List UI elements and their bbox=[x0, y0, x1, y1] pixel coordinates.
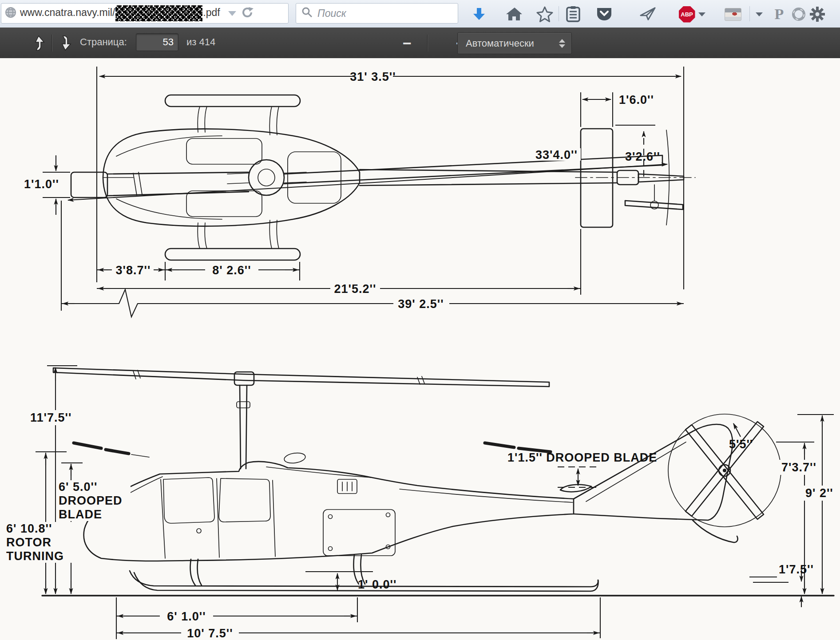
page-number-input[interactable] bbox=[136, 33, 178, 51]
adblock-plus-icon[interactable]: ABP bbox=[678, 6, 695, 23]
dim-blade-chord: 1'1.0'' bbox=[24, 178, 59, 191]
url-text: www.cnatra.navy.mil/.pdf bbox=[20, 5, 220, 21]
zoom-out-icon[interactable]: − bbox=[398, 34, 416, 52]
overflow-dropdown-icon[interactable] bbox=[753, 6, 765, 23]
dim-stab-span: 3'2.6'' bbox=[625, 150, 660, 163]
dim-drooped-tip: 1'1.5'' DROOPED BLADE bbox=[507, 451, 657, 464]
url-redacted-segment bbox=[115, 5, 202, 21]
side-view: 11'7.5'' 6' 5.0'' DROOPED BLADE 6' 10.8'… bbox=[4, 366, 839, 640]
helicopter-dimension-diagram: 31' 3.5'' bbox=[0, 58, 840, 640]
toolbar-separator bbox=[559, 6, 559, 21]
dim-strut-spacing: 6' 1.0'' bbox=[167, 610, 206, 623]
dim-rotor-diameter: 33'4.0'' bbox=[535, 148, 578, 162]
dim-rotor-turning-2: ROTOR bbox=[6, 536, 52, 549]
home-icon[interactable] bbox=[506, 6, 523, 23]
next-page-icon[interactable] bbox=[56, 34, 75, 52]
dim-tail-clearance: 1'7.5'' bbox=[779, 563, 814, 576]
previous-page-icon[interactable] bbox=[29, 34, 48, 52]
dim-rotor-turning-3: TURNING bbox=[6, 549, 64, 563]
dim-skid-length: 10' 7.5'' bbox=[187, 627, 233, 640]
dim-overall-length: 39' 2.5'' bbox=[398, 297, 444, 311]
dim-drooped-height-3: BLADE bbox=[59, 508, 102, 521]
page-total: из 414 bbox=[186, 36, 215, 48]
site-favicon-globe-icon bbox=[5, 7, 16, 20]
pdf-viewer-toolbar: Страница: из 414 − + Автоматически bbox=[0, 28, 840, 59]
dim-overall-top: 31' 3.5'' bbox=[350, 70, 396, 83]
search-icon bbox=[301, 7, 313, 20]
top-view: 31' 3.5'' bbox=[24, 67, 695, 317]
pdf-page: 31' 3.5'' bbox=[0, 58, 840, 640]
select-spinner-icon bbox=[559, 39, 565, 48]
pdf-toolbar-separator bbox=[52, 35, 52, 51]
dim-tail-rotor-diameter: 5'5'' bbox=[729, 438, 753, 451]
dim-fuselage-length: 21'5.2'' bbox=[334, 282, 376, 296]
dim-drooped-height-1: 6' 5.0'' bbox=[59, 480, 97, 494]
pdf-toolbar-separator bbox=[427, 35, 428, 51]
download-icon[interactable] bbox=[471, 6, 487, 23]
url-bar[interactable]: www.cnatra.navy.mil/.pdf bbox=[1, 3, 289, 24]
adblock-dropdown-icon[interactable] bbox=[696, 6, 708, 23]
dim-tail-height-top: 9' 2'' bbox=[805, 486, 833, 500]
dim-drooped-height-2: DROOPED bbox=[59, 494, 123, 507]
dim-stab-chord: 1'6.0'' bbox=[619, 93, 654, 107]
reload-icon[interactable] bbox=[241, 6, 254, 21]
url-dropdown-icon[interactable] bbox=[228, 11, 236, 16]
dim-nose-to-skid: 3'8.7'' bbox=[116, 264, 151, 277]
dim-skid-spread: 8' 2.6'' bbox=[212, 264, 251, 277]
extension-p-icon[interactable]: P bbox=[771, 6, 788, 23]
search-box[interactable] bbox=[296, 3, 458, 24]
dim-overall-height: 11'7.5'' bbox=[30, 411, 71, 424]
search-input[interactable] bbox=[317, 7, 443, 20]
extension-image-icon[interactable] bbox=[725, 6, 741, 23]
dim-boom-clearance: 1' 0.0'' bbox=[358, 578, 396, 591]
bookmark-star-icon[interactable] bbox=[536, 6, 553, 23]
toolbar-separator bbox=[749, 6, 750, 21]
pocket-icon[interactable] bbox=[596, 6, 613, 23]
firefox-window: www.cnatra.navy.mil/.pdf bbox=[0, 0, 840, 640]
zoom-mode-select[interactable]: Автоматически bbox=[457, 32, 572, 54]
extension-refresh-circle-icon[interactable] bbox=[790, 6, 807, 23]
reading-list-clipboard-icon[interactable] bbox=[565, 6, 582, 23]
browser-toolbar: www.cnatra.navy.mil/.pdf bbox=[0, 0, 840, 28]
dim-rotor-turning-1: 6' 10.8'' bbox=[6, 522, 52, 535]
settings-gear-icon[interactable] bbox=[809, 6, 826, 23]
page-label: Страница: bbox=[80, 36, 127, 48]
dim-tail-height-hub: 7'3.7'' bbox=[781, 461, 816, 474]
send-tab-paperplane-icon[interactable] bbox=[639, 6, 656, 23]
